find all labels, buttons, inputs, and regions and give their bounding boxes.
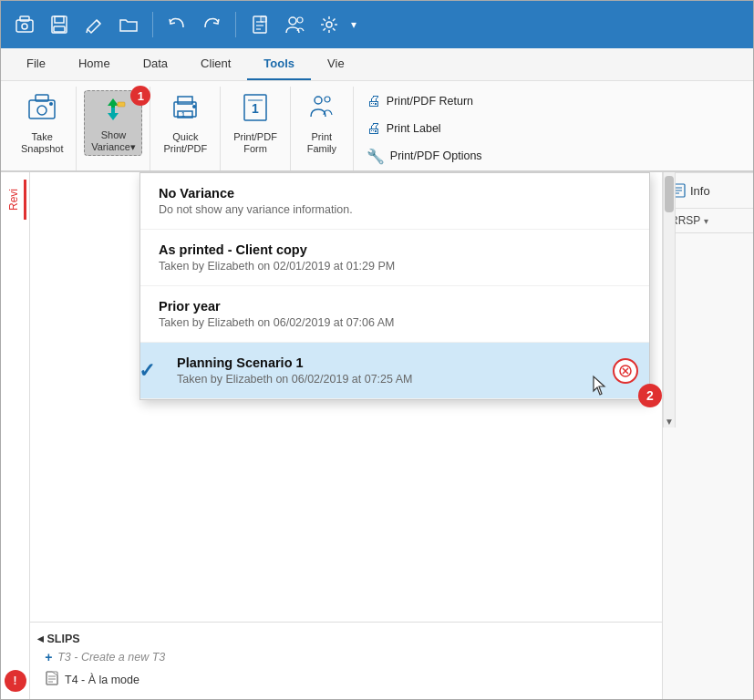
variance-arrows-icon	[97, 93, 129, 126]
print-options-icon: 🔧	[367, 148, 385, 165]
svg-text:1: 1	[181, 111, 185, 118]
ribbon-group-variance: 1 ShowVariance▾	[77, 87, 150, 170]
sidebar-tab-revi[interactable]: Revi	[4, 180, 26, 220]
tab-data[interactable]: Data	[127, 48, 184, 80]
qa-folder-icon[interactable]	[116, 12, 141, 37]
as-printed-title: As printed - Client copy	[159, 242, 631, 257]
variance-dropdown-menu: No Variance Do not show any variance inf…	[139, 172, 650, 400]
qa-settings-icon[interactable]	[316, 12, 342, 37]
printfamily-icon	[305, 91, 338, 128]
print-family-button[interactable]: Print Family	[298, 90, 346, 156]
qa-edit-icon[interactable]	[81, 12, 107, 37]
dropdown-item-planning-scenario[interactable]: ✓ Planning Scenario 1 Taken by Elizabeth…	[140, 343, 649, 399]
qa-redo-icon[interactable]	[199, 12, 224, 37]
dropdown-item-as-printed[interactable]: As printed - Client copy Taken by Elizab…	[140, 230, 649, 286]
svg-rect-5	[54, 26, 65, 32]
alert-icon[interactable]: !	[5, 670, 26, 692]
as-printed-subtitle: Taken by Elizabeth on 02/01/2019 at 01:2…	[159, 260, 631, 273]
qa-separator-1	[152, 12, 153, 37]
show-variance-button[interactable]: 1 ShowVariance▾	[84, 90, 142, 156]
slips-item-t4[interactable]: T4 - À la mode	[30, 667, 662, 692]
tab-view[interactable]: Vie	[311, 48, 361, 80]
t4-doc-icon	[45, 670, 59, 689]
svg-rect-1	[20, 16, 29, 21]
print-form-button[interactable]: 1 Print/PDF Form	[228, 90, 283, 156]
ribbon-content: Take Snapshot 1	[1, 81, 753, 172]
qa-separator-2	[235, 12, 236, 37]
qa-dropdown-btn[interactable]: ▾	[351, 18, 356, 31]
dropdown-scrollbar-thumb[interactable]	[665, 176, 674, 212]
svg-rect-36	[46, 672, 57, 685]
scroll-down-arrow[interactable]: ▼	[664, 415, 675, 427]
svg-text:1: 1	[252, 101, 259, 116]
slips-header: ◂ SLIPS	[30, 630, 662, 647]
qa-save-icon[interactable]	[46, 12, 72, 37]
svg-point-32	[325, 97, 330, 102]
quick-access-toolbar: ▾	[1, 1, 753, 48]
tab-home[interactable]: Home	[62, 48, 127, 80]
svg-point-12	[289, 17, 296, 25]
ribbon-right-group: 🖨 Print/PDF Return 🖨 Print Label 🔧 Print…	[354, 87, 495, 170]
quick-print-button[interactable]: 1 Quick Print/PDF	[158, 90, 212, 156]
right-panel: ▼ Info RRSP ▾	[662, 172, 753, 699]
no-variance-title: No Variance	[159, 186, 631, 201]
rrsp-section: RRSP ▾	[663, 209, 753, 233]
svg-rect-4	[55, 16, 64, 23]
snapshot-group-buttons: Take Snapshot	[15, 90, 68, 170]
snapshot-icon	[26, 91, 58, 128]
printform-icon: 1	[239, 91, 272, 128]
ribbon-group-snapshot: Take Snapshot	[8, 87, 77, 170]
tab-tools[interactable]: Tools	[247, 48, 311, 80]
delete-scenario-button[interactable]	[613, 358, 638, 384]
printform-label: Print/PDF Form	[233, 131, 277, 155]
svg-point-17	[37, 106, 46, 115]
ribbon-group-printfamily: Print Family	[291, 87, 354, 170]
t3-label: T3 - Create a new T3	[57, 651, 165, 664]
svg-point-14	[326, 22, 332, 27]
svg-point-31	[315, 97, 322, 104]
sidebar-label: Revi	[7, 189, 20, 211]
svg-rect-21	[118, 102, 125, 107]
ribbon-group-printform: 1 Print/PDF Form	[221, 87, 291, 170]
printform-group-buttons: 1 Print/PDF Form	[228, 90, 283, 170]
t4-label: T4 - À la mode	[65, 674, 139, 686]
main-area: Revi ! Planning Scenario 1 - Taken by El…	[1, 172, 753, 699]
print-pdf-options-button[interactable]: 🔧 Print/PDF Options	[363, 146, 486, 167]
print-pdf-return-button[interactable]: 🖨 Print/PDF Return	[363, 91, 486, 111]
qa-users-icon[interactable]	[282, 12, 307, 37]
variance-group-buttons: 1 ShowVariance▾	[84, 90, 142, 170]
qa-doc-icon[interactable]	[247, 12, 273, 37]
left-sidebar: Revi !	[1, 172, 30, 699]
rrsp-dropdown-arrow[interactable]: ▾	[704, 216, 708, 226]
planning-scenario-subtitle: Taken by Elizabeth on 06/02/2019 at 07:2…	[177, 373, 631, 386]
snapshot-label: Take Snapshot	[21, 131, 63, 155]
slips-item-t3[interactable]: + T3 - Create a new T3	[30, 647, 662, 667]
printfamily-label: Print Family	[307, 131, 336, 155]
svg-point-2	[22, 24, 27, 29]
planning-scenario-title: Planning Scenario 1	[177, 355, 631, 370]
t3-add-icon: +	[45, 650, 52, 664]
print-options-label: Print/PDF Options	[390, 149, 482, 162]
slips-area: ◂ SLIPS + T3 - Create a new T3	[30, 622, 662, 699]
dropdown-item-no-variance[interactable]: No Variance Do not show any variance inf…	[140, 173, 649, 230]
tab-file[interactable]: File	[10, 48, 62, 80]
printfamily-group-buttons: Print Family	[298, 90, 346, 170]
tab-client[interactable]: Client	[184, 48, 247, 80]
svg-rect-0	[16, 20, 33, 32]
badge-2: 2	[638, 384, 662, 407]
dropdown-scrollbar-track: ▼	[663, 172, 676, 427]
print-label-label: Print Label	[387, 122, 441, 135]
variance-label: ShowVariance▾	[91, 129, 136, 153]
ribbon-tabs: File Home Data Client Tools Vie	[1, 48, 753, 81]
qa-snapshot-icon[interactable]	[12, 12, 37, 37]
print-label-button[interactable]: 🖨 Print Label	[363, 118, 486, 139]
quickprint-icon: 1	[169, 91, 201, 128]
qa-undo-icon[interactable]	[164, 12, 190, 37]
print-return-icon: 🖨	[367, 93, 381, 109]
take-snapshot-button[interactable]: Take Snapshot	[15, 90, 68, 156]
info-panel-button[interactable]: Info	[663, 172, 753, 209]
dropdown-item-prior-year[interactable]: Prior year Taken by Elizabeth on 06/02/2…	[140, 286, 649, 343]
svg-line-6	[97, 20, 100, 24]
svg-point-18	[49, 102, 53, 106]
content-area: Planning Scenario 1 - Taken by Elizabeth…	[30, 172, 753, 699]
